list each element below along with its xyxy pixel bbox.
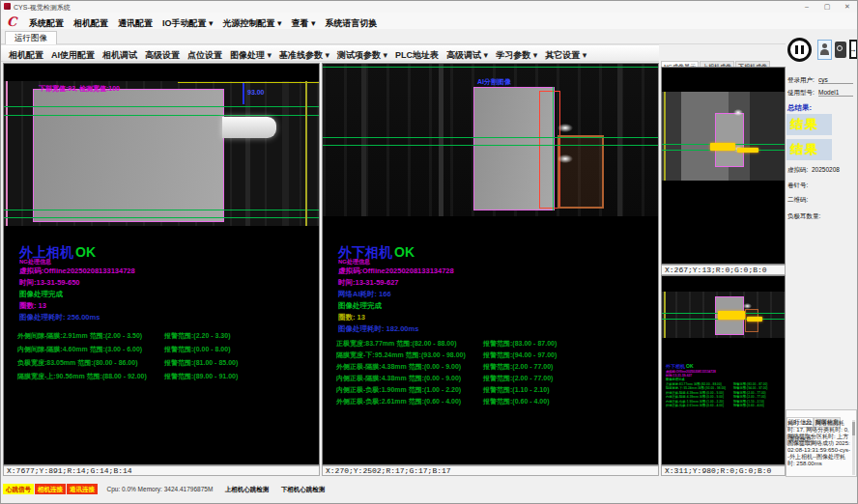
- turns-line: 圈数: 13: [19, 301, 46, 311]
- thumbnail-upper-image: [662, 92, 785, 181]
- user-button[interactable]: [817, 40, 832, 60]
- overlay-orange-region: [558, 135, 604, 209]
- sidebar: → 登录用户: cys 使用型号: Model1 总结果: 结果 结果 虚拟码:…: [786, 30, 858, 482]
- alarm-range: 报警范围:(2.00 - 77.00): [483, 374, 553, 383]
- image-glint: [558, 154, 573, 163]
- log-scrollbar[interactable]: [852, 420, 855, 475]
- overlay-baseline: [323, 137, 658, 138]
- measure-text: 内侧正极-隔膜:4.38mm 范围:(0.00 - 9.00): [666, 395, 724, 399]
- measure-row: 负极宽度:83.05mm 范围:(80.00 - 86.00)报警范围:(81.…: [17, 358, 320, 368]
- pause-button[interactable]: [787, 38, 812, 62]
- toolbar-camera-debug[interactable]: 相机调试: [102, 47, 137, 63]
- overlay-baseline: [4, 210, 319, 210]
- toolbar-learning-params[interactable]: 学习参数 ▾: [496, 47, 537, 63]
- image-texture: [617, 64, 622, 216]
- login-user-label: 登录用户:: [787, 76, 815, 85]
- thumbnail-lower-image: [662, 292, 785, 338]
- toolbar-image-processing[interactable]: 图像处理 ▾: [230, 47, 272, 63]
- measure-row: 内侧正极-隔膜:4.38mm 范围:(0.00 - 9.00)报警范围:(2.0…: [336, 374, 641, 383]
- thumbnail-lower-coords: X:311;Y:980;R:0;G:0;B:0: [661, 465, 786, 476]
- overlay-baseline: [323, 67, 658, 68]
- close-button[interactable]: ✕: [838, 1, 857, 13]
- overlay-yellow-line: [178, 82, 319, 83]
- alarm-range: 报警范围:(0.00 - 8.00): [164, 345, 230, 354]
- profile-button[interactable]: [835, 42, 846, 58]
- thumbnail-lower[interactable]: 外下相机OK 虚拟码:Offline20250208133134728 时间:1…: [661, 275, 786, 465]
- alarm-range: 报警范围:(94.00 - 97.00): [483, 350, 557, 360]
- toolbar-advanced-debug[interactable]: 高级调试 ▾: [446, 47, 488, 63]
- upper-camera-image[interactable]: 93.00 下部宽值:93, 检测宽值:100: [4, 81, 319, 226]
- overlay-baseline: [4, 115, 319, 116]
- thumbnail-upper[interactable]: [661, 67, 786, 265]
- toolbar-point-settings[interactable]: 点位设置: [187, 47, 222, 63]
- tab-run-image[interactable]: 运行图像: [5, 31, 57, 45]
- measure-row: 内侧间隙-隔膜:4.60mm 范围:(3.00 - 6.00)报警范围:(0.0…: [17, 345, 320, 354]
- logout-button[interactable]: →: [849, 40, 858, 59]
- result-box-lower: 结果: [786, 139, 832, 160]
- lower-camera-image[interactable]: AI分割图像: [323, 64, 658, 216]
- measure-row: 外侧正极-隔膜:4.38mm 范围:(0.00 - 9.00)报警范围:(2.0…: [336, 362, 641, 372]
- ng-info-line: NG处理信息: [19, 258, 51, 266]
- toolbar-other-settings[interactable]: 其它设置 ▾: [545, 47, 586, 63]
- model-value[interactable]: Model1: [818, 89, 853, 97]
- thumbnail-upper-coords: X:267;Y:13;R:0;G:0;B:0: [661, 265, 786, 275]
- overlay-edge-line: [6, 81, 8, 226]
- toolbar: 相机配置AI使用配置相机调试高级设置点位设置图像处理 ▾基准线参数 ▾测试项参数…: [1, 44, 659, 62]
- elapsed-line: 图像处理耗时: 182.00ms: [338, 324, 418, 334]
- thumbnail-info-block: 外下相机OK 虚拟码:Offline20250208133134728 时间:1…: [666, 363, 786, 407]
- doc-tabstrip: 运行图像: [1, 29, 786, 44]
- heartbeat-badge: 心跳信号: [3, 484, 34, 494]
- result-status: OK: [75, 244, 96, 260]
- measure-row: 内侧正极-负极:1.90mm 范围:(1.00 - 2.20)报警范围:(1.1…: [336, 385, 641, 395]
- login-user-value[interactable]: cys: [818, 76, 853, 84]
- image-glint: [743, 303, 752, 309]
- process-done-line: 图像处理完成: [338, 301, 382, 311]
- upper-camera-coords: X:7677;Y:891;R:14;G:14;B:14: [3, 465, 320, 476]
- image-texture: [361, 64, 366, 216]
- scrollbar-thumb[interactable]: [852, 422, 855, 435]
- upper-camera-heartbeat: 上相机心跳检测: [225, 483, 270, 495]
- process-done-line: 图像处理完成: [19, 290, 63, 299]
- measure-text: 正极宽度:83.77mm 范围:(82.00 - 88.00): [666, 382, 722, 386]
- user-icon: [822, 43, 827, 48]
- tab-count-label: 负极耳数量:: [787, 212, 820, 221]
- maximize-button[interactable]: ▢: [817, 1, 837, 13]
- needle-label: 卷针号:: [787, 182, 808, 190]
- measure-row: 外侧间隙-隔膜:2.91mm 范围:(2.00 - 3.50)报警范围:(2.2…: [17, 331, 320, 341]
- measure-text: 隔膜宽度-下:95.24mm 范围:(93.00 - 98.00): [666, 386, 726, 390]
- alarm-range: 报警范围:(0.60 - 4.00): [733, 404, 764, 408]
- model-label: 使用型号:: [787, 89, 815, 98]
- measure-text: 外侧间隙-隔膜:2.91mm 范围:(2.00 - 3.50): [17, 332, 142, 339]
- app-icon: [4, 3, 11, 10]
- alarm-range: 报警范围:(89.00 - 91.00): [164, 372, 238, 381]
- lower-camera-heartbeat: 下相机心跳检测: [281, 483, 326, 495]
- alarm-range: 报警范围:(2.20 - 3.30): [164, 331, 230, 341]
- barcode-value: 20250208: [812, 166, 840, 173]
- alarm-range: 报警范围:(2.00 - 77.00): [483, 362, 553, 372]
- toolbar-test-item-params[interactable]: 测试项参数 ▾: [337, 47, 387, 63]
- toolbar-plc-address-table[interactable]: PLC地址表: [395, 47, 439, 63]
- overlay-yellow-vline: [664, 292, 666, 338]
- barcode-line: 虚拟码:Offline20250208133134728: [338, 266, 454, 276]
- toolbar-camera-config[interactable]: 相机配置: [9, 47, 43, 63]
- lower-camera-panel: AI分割图像 外下相机OK NG处理信息 虚拟码:Offline20250208…: [322, 63, 659, 465]
- time-line: 时间:13-31-59-627: [338, 278, 399, 288]
- image-texture: [439, 64, 443, 216]
- ng-info-line: NG处理信息: [338, 258, 370, 266]
- measure-text: 外侧正极-负极:2.61mm 范围:(0.60 - 4.00): [666, 404, 724, 407]
- camera-link-badge: 相机连接: [35, 484, 66, 494]
- minimize-button[interactable]: –: [797, 1, 816, 13]
- toolbar-advanced-settings[interactable]: 高级设置: [145, 47, 180, 63]
- status-bar: 心跳信号相机连接通讯连接 Cpu: 0.0% Memory: 3424.4179…: [1, 482, 857, 494]
- toolbar-baseline-params[interactable]: 基准线参数 ▾: [279, 47, 329, 63]
- lower-camera-coords: X:270;Y:2502;R:17;G:17;B:17: [322, 465, 659, 476]
- elapsed-line: 图像处理耗时: 256.00ms: [19, 313, 100, 322]
- overlay-yellow-vline: [664, 92, 666, 181]
- toolbar-ai-use-config[interactable]: AI使用配置: [51, 47, 95, 63]
- user-icon: [820, 49, 829, 55]
- overlay-vertical-line: [553, 87, 554, 210]
- upper-camera-panel: 93.00 下部宽值:93, 检测宽值:100 外上相机OK NG处理信息 虚拟…: [3, 63, 320, 465]
- alarm-range: 报警范围:(81.00 - 85.00): [164, 358, 238, 368]
- app-window: CYS-视觉检测系统 – ▢ ✕ C 系统配置相机配置通讯配置IO手动配置 ▾光…: [0, 0, 858, 504]
- result-status: OK: [686, 364, 694, 370]
